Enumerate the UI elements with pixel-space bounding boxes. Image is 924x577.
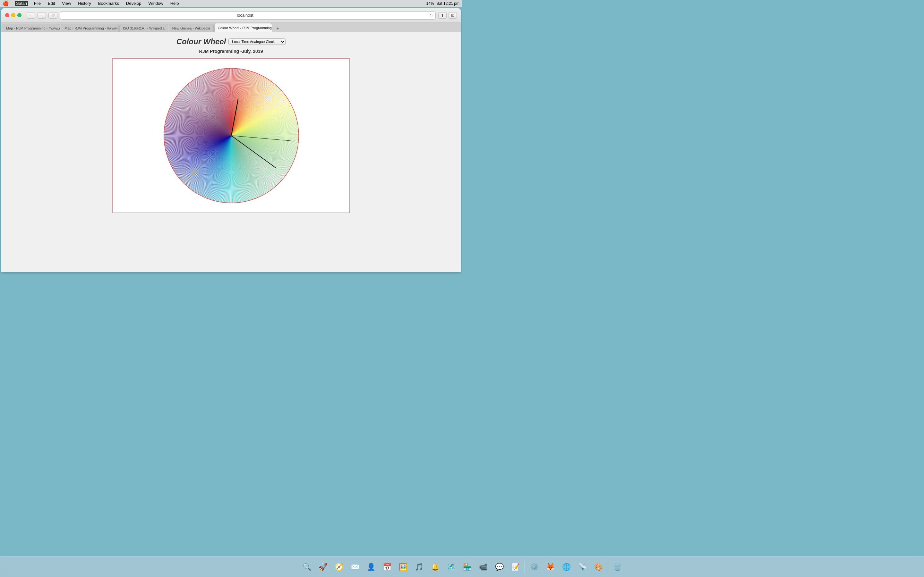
address-text: localhost [63,13,427,18]
clock-type-dropdown[interactable]: Local Time Analogue Clock [228,39,286,45]
tab-4[interactable]: Colour Wheel - RJM Programming - July, 2… [214,23,272,32]
address-bar[interactable]: localhost ↻ [60,11,436,19]
new-tab-button[interactable]: ⊡ [449,12,457,19]
apple-menu[interactable]: 🍎 [3,0,9,6]
menu-bookmarks[interactable]: Bookmarks [97,1,120,6]
menu-file[interactable]: File [33,1,42,6]
page-title: Colour Wheel [176,37,226,46]
canvas-container [112,58,350,213]
tabs-bar: Map - RJM Programming - //www.rjmprogr..… [1,23,461,32]
menu-history[interactable]: History [77,1,92,6]
tab-label-4: Colour Wheel - RJM Programming - July, 2… [218,26,272,30]
tab-label-0: Map - RJM Programming - //www.rjmprogr..… [6,26,60,30]
browser-window: ‹ › ⊟ localhost ↻ ⬆ ⊡ Map - RJM Programm… [1,8,461,272]
title-bar: ‹ › ⊟ localhost ↻ ⬆ ⊡ [1,8,461,23]
menubar-right: 14% Sat 12:21 pm [426,1,459,6]
menu-window[interactable]: Window [147,1,164,6]
toolbar-right: ⬆ ⊡ [438,12,457,19]
menu-edit[interactable]: Edit [47,1,56,6]
tab-3[interactable]: New Guinea - Wikipedia [169,24,214,32]
menu-develop[interactable]: Develop [125,1,143,6]
menu-safari[interactable]: Safari [15,1,28,6]
traffic-lights [5,13,21,17]
page-content: Colour Wheel Local Time Analogue Clock R… [1,32,461,272]
forward-button[interactable]: › [37,12,46,19]
menu-view[interactable]: View [61,1,72,6]
menu-help[interactable]: Help [169,1,180,6]
tab-2[interactable]: ISO 3166-2:AT - Wikipedia [120,24,168,32]
tab-label-1: Map - RJM Programming - //www.rjmprogr..… [65,26,119,30]
tab-label-2: ISO 3166-2:AT - Wikipedia [123,26,165,30]
new-tab-plus[interactable]: + [274,25,282,32]
battery-status: 14% [426,1,434,6]
minimize-button[interactable] [11,13,15,17]
sidebar-toggle[interactable]: ⊟ [48,12,57,19]
share-button[interactable]: ⬆ [438,12,447,19]
reload-button[interactable]: ↻ [429,13,433,18]
page-header: Colour Wheel Local Time Analogue Clock [176,37,286,46]
close-button[interactable] [5,13,9,17]
tab-0[interactable]: Map - RJM Programming - //www.rjmprogr..… [3,24,60,32]
tab-1[interactable]: Map - RJM Programming - //www.rjmprogr..… [61,24,119,32]
menu-bar: 🍎 Safari File Edit View History Bookmark… [0,0,462,7]
tab-label-3: New Guinea - Wikipedia [172,26,210,30]
page-subtitle: RJM Programming -July, 2019 [199,49,263,54]
maximize-button[interactable] [17,13,21,17]
clock-display: Sat 12:21 pm [437,1,459,6]
colour-wheel-canvas [116,62,347,210]
back-button[interactable]: ‹ [27,12,35,19]
